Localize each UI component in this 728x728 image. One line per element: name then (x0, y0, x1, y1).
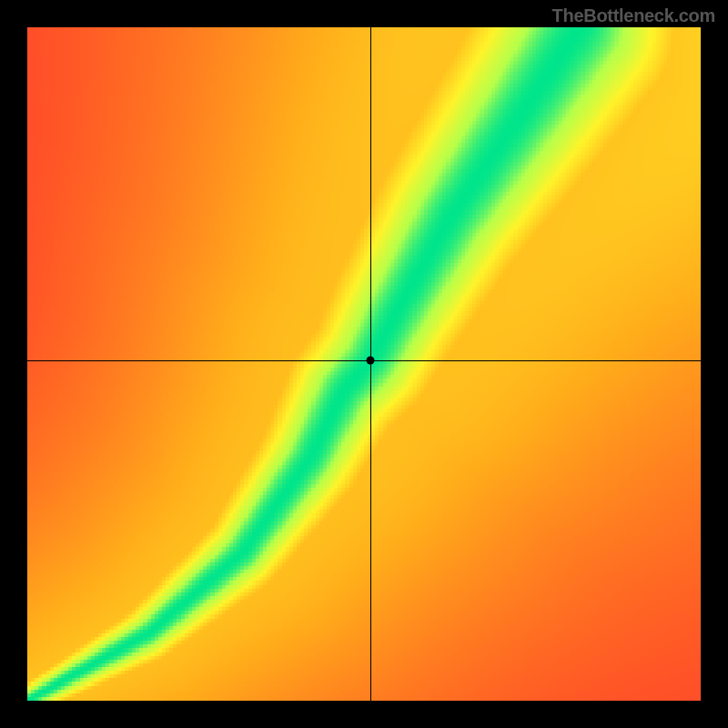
heatmap-plot (27, 27, 701, 701)
chart-frame: TheBottleneck.com (0, 0, 728, 728)
watermark-text: TheBottleneck.com (552, 5, 715, 26)
heatmap-canvas (27, 27, 701, 701)
